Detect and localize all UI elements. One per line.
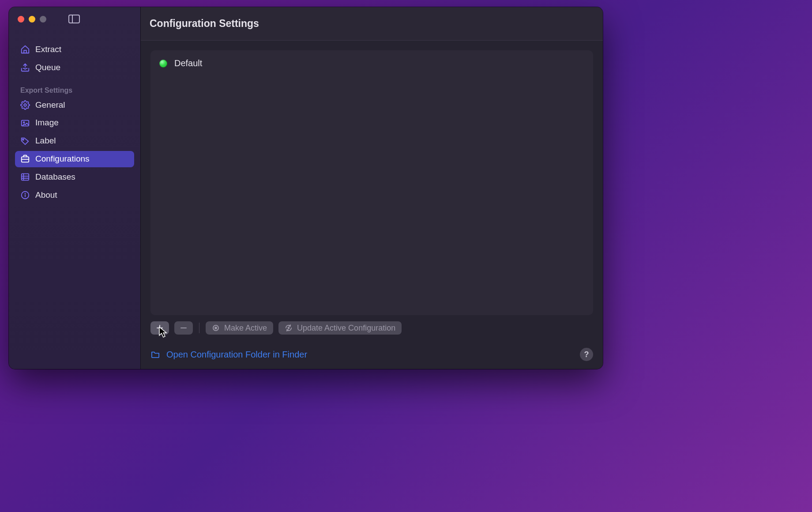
sidebar-item-label: Queue — [35, 63, 60, 73]
window-controls — [18, 16, 46, 23]
sidebar-item-label: Databases — [35, 172, 75, 182]
plus-icon — [156, 324, 164, 332]
sidebar-item-label[interactable]: Label — [15, 133, 134, 149]
database-icon — [20, 172, 30, 182]
sidebar-item-image[interactable]: Image — [15, 115, 134, 131]
main-titlebar: Configuration Settings — [141, 7, 603, 41]
sidebar-item-label: Extract — [35, 45, 61, 55]
home-icon — [20, 45, 30, 54]
active-status-icon — [159, 60, 167, 68]
refresh-target-icon — [285, 324, 293, 332]
main-panel: Configuration Settings Default — [140, 7, 603, 369]
folder-icon — [150, 350, 160, 358]
sidebar-item-configurations[interactable]: Configurations — [15, 151, 134, 167]
action-toolbar: Make Active Update Active Configuration — [150, 315, 593, 335]
sidebar-item-general[interactable]: General — [15, 97, 134, 113]
sidebar-item-about[interactable]: About — [15, 187, 134, 203]
sidebar-item-label: Configurations — [35, 154, 90, 164]
image-icon — [20, 118, 30, 128]
sidebar-item-label-text: Label — [35, 136, 56, 146]
app-window: Extract Queue Export Settings — [9, 7, 603, 369]
sidebar-nav: Extract Queue Export Settings — [9, 31, 140, 205]
add-configuration-button[interactable] — [150, 321, 169, 335]
svg-point-2 — [24, 104, 26, 106]
tray-upload-icon — [20, 63, 30, 72]
svg-rect-8 — [22, 174, 29, 181]
content-area: Default — [141, 41, 603, 369]
info-icon — [20, 190, 30, 200]
target-icon — [212, 324, 220, 332]
open-configuration-folder-link[interactable]: Open Configuration Folder in Finder — [150, 350, 307, 360]
sidebar-titlebar — [9, 7, 140, 31]
svg-point-4 — [23, 122, 25, 123]
svg-point-20 — [288, 328, 289, 329]
remove-configuration-button[interactable] — [174, 321, 193, 335]
make-active-button[interactable]: Make Active — [206, 321, 273, 335]
minus-icon — [180, 324, 188, 332]
sidebar-item-queue[interactable]: Queue — [15, 60, 134, 76]
configuration-name: Default — [174, 58, 202, 68]
update-active-configuration-button[interactable]: Update Active Configuration — [278, 321, 402, 335]
svg-point-5 — [23, 139, 24, 140]
sidebar: Extract Queue Export Settings — [9, 7, 140, 369]
sidebar-item-label: Image — [35, 118, 59, 128]
minimize-window-button[interactable] — [29, 16, 35, 23]
help-button[interactable]: ? — [580, 348, 593, 361]
svg-rect-0 — [69, 15, 79, 23]
svg-point-14 — [25, 193, 26, 194]
button-label: Update Active Configuration — [297, 324, 395, 333]
toggle-sidebar-button[interactable] — [68, 15, 80, 23]
separator — [199, 323, 199, 333]
sidebar-item-databases[interactable]: Databases — [15, 169, 134, 185]
svg-point-19 — [215, 327, 217, 329]
sidebar-section-header: Export Settings — [15, 78, 134, 97]
tag-icon — [20, 136, 30, 146]
sidebar-item-label: General — [35, 100, 65, 110]
button-label: Make Active — [224, 324, 267, 333]
link-label: Open Configuration Folder in Finder — [166, 350, 307, 360]
footer-row: Open Configuration Folder in Finder ? — [150, 335, 593, 361]
gear-icon — [20, 100, 30, 110]
configuration-list[interactable]: Default — [150, 50, 593, 315]
page-title: Configuration Settings — [150, 18, 259, 30]
fullscreen-window-button[interactable] — [40, 16, 46, 23]
configuration-row[interactable]: Default — [157, 55, 587, 72]
help-label: ? — [584, 350, 589, 359]
sidebar-item-extract[interactable]: Extract — [15, 41, 134, 58]
sidebar-item-label: About — [35, 190, 57, 200]
briefcase-icon — [20, 154, 30, 164]
close-window-button[interactable] — [18, 16, 24, 23]
